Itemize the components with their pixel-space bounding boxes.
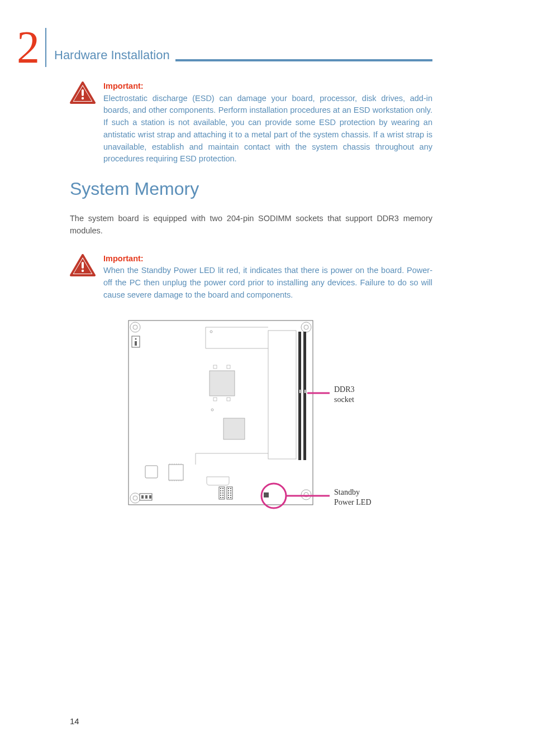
board-diagram: DDR3 socket Standby Power LED bbox=[70, 315, 432, 516]
ddr3-label-line2: socket bbox=[334, 395, 354, 404]
heading-system-memory: System Memory bbox=[70, 179, 432, 199]
svg-rect-73 bbox=[228, 492, 229, 494]
svg-rect-55 bbox=[145, 495, 147, 499]
svg-rect-71 bbox=[228, 490, 229, 491]
svg-rect-63 bbox=[220, 492, 221, 494]
svg-rect-33 bbox=[303, 332, 306, 460]
svg-point-10 bbox=[133, 325, 137, 329]
svg-point-20 bbox=[135, 338, 136, 339]
important-body: Electrostatic discharge (ESD) can damage… bbox=[103, 94, 432, 164]
svg-rect-35 bbox=[304, 390, 306, 393]
led-label-line1: Standby bbox=[334, 488, 360, 496]
important-label: Important: bbox=[103, 82, 144, 90]
important-esd-block: Important: Electrostatic discharge (ESD)… bbox=[70, 80, 432, 165]
svg-rect-6 bbox=[82, 262, 84, 269]
svg-rect-56 bbox=[149, 495, 151, 499]
svg-rect-64 bbox=[222, 492, 223, 494]
svg-point-3 bbox=[82, 97, 84, 99]
svg-rect-72 bbox=[230, 490, 231, 491]
svg-rect-21 bbox=[135, 341, 137, 346]
warning-icon bbox=[70, 82, 96, 106]
important-label: Important: bbox=[103, 254, 144, 263]
svg-rect-31 bbox=[268, 331, 296, 459]
svg-rect-78 bbox=[230, 497, 231, 498]
svg-rect-76 bbox=[230, 495, 231, 496]
svg-rect-57 bbox=[219, 487, 225, 499]
body-paragraph: The system board is equipped with two 20… bbox=[70, 213, 432, 237]
horizontal-divider bbox=[175, 59, 432, 61]
important-led-text: Important: When the Standby Power LED li… bbox=[103, 253, 432, 302]
svg-point-7 bbox=[82, 269, 84, 271]
svg-rect-25 bbox=[210, 371, 235, 396]
svg-rect-61 bbox=[220, 490, 221, 491]
svg-rect-30 bbox=[223, 418, 245, 439]
svg-rect-79 bbox=[264, 492, 269, 497]
svg-rect-60 bbox=[222, 488, 223, 489]
svg-rect-39 bbox=[145, 466, 158, 478]
vertical-divider bbox=[45, 28, 46, 67]
svg-rect-40 bbox=[169, 465, 183, 480]
led-label-line2: Power LED bbox=[334, 498, 372, 506]
important-body: When the Standby Power LED lit red, it i… bbox=[103, 266, 432, 299]
svg-rect-54 bbox=[141, 495, 144, 499]
svg-rect-77 bbox=[228, 497, 229, 498]
svg-rect-59 bbox=[220, 488, 221, 489]
svg-rect-2 bbox=[82, 89, 84, 96]
svg-rect-66 bbox=[222, 495, 223, 496]
svg-rect-69 bbox=[228, 488, 229, 489]
svg-rect-26 bbox=[213, 365, 217, 369]
important-led-block: Important: When the Standby Power LED li… bbox=[70, 253, 432, 302]
svg-rect-28 bbox=[213, 398, 217, 401]
svg-rect-68 bbox=[222, 497, 223, 498]
document-page: 2 Hardware Installation Important: Elect… bbox=[0, 0, 533, 756]
svg-rect-29 bbox=[227, 398, 230, 401]
svg-rect-34 bbox=[299, 390, 301, 393]
svg-rect-32 bbox=[298, 332, 301, 460]
warning-icon bbox=[70, 254, 96, 279]
section-title: Hardware Installation bbox=[54, 48, 170, 63]
page-header: 2 Hardware Installation bbox=[17, 22, 432, 64]
svg-rect-62 bbox=[222, 490, 223, 491]
svg-rect-27 bbox=[227, 365, 230, 369]
ddr3-label-line1: DDR3 bbox=[334, 385, 355, 394]
svg-rect-58 bbox=[227, 487, 232, 499]
svg-rect-65 bbox=[220, 495, 221, 496]
svg-rect-70 bbox=[230, 488, 231, 489]
svg-point-14 bbox=[133, 496, 137, 500]
chapter-number: 2 bbox=[17, 27, 40, 68]
important-esd-text: Important: Electrostatic discharge (ESD)… bbox=[103, 80, 432, 165]
page-content: Important: Electrostatic discharge (ESD)… bbox=[0, 80, 533, 516]
svg-rect-74 bbox=[230, 492, 231, 494]
svg-point-12 bbox=[304, 325, 308, 329]
svg-rect-67 bbox=[220, 497, 221, 498]
svg-rect-75 bbox=[228, 495, 229, 496]
page-number: 14 bbox=[70, 716, 79, 726]
